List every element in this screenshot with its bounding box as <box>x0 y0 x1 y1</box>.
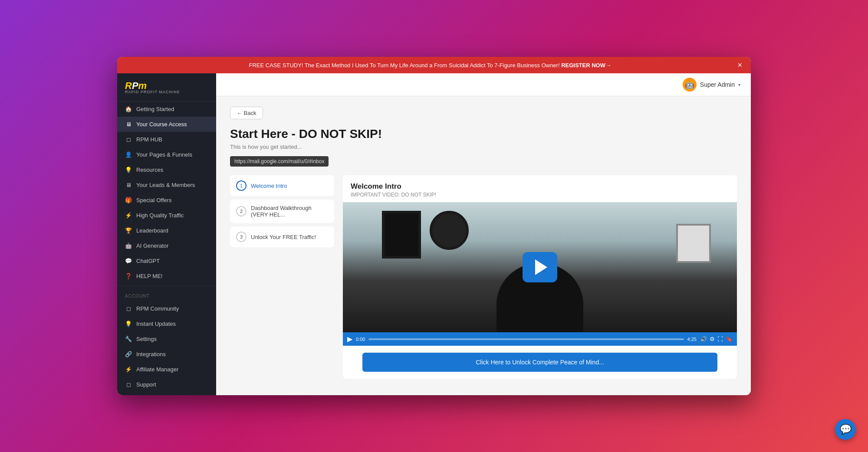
sidebar-item-traffic[interactable]: ⚡ High Quality Traffic <box>117 208 216 223</box>
wall-frame-1 <box>382 211 421 259</box>
lesson-item-1[interactable]: 1 Welcome Intro <box>230 175 334 196</box>
support-icon: ◻ <box>125 381 132 388</box>
play-button[interactable] <box>523 252 557 282</box>
banner-text: FREE CASE STUDY! The Exact Method I Used… <box>124 62 736 69</box>
two-col-layout: 1 Welcome Intro 2 Dashboard Walkthrough … <box>230 175 737 379</box>
fullscreen-icon[interactable]: ⛶ <box>717 336 723 342</box>
video-header: Welcome Intro IMPORTANT VIDEO: DO NOT SK… <box>343 175 737 202</box>
app-window: FREE CASE STUDY! The Exact Method I Used… <box>117 57 751 395</box>
page-subtitle: This is how you get started... <box>230 144 737 150</box>
chat-icon: 💬 <box>125 258 132 264</box>
leads-icon: 🖥 <box>125 182 132 188</box>
sidebar-item-help[interactable]: ❓ HELP ME! <box>117 269 216 284</box>
video-controls-icons: 🔊 ⚙ ⛶ 🔖 <box>700 336 733 342</box>
page-title: Start Here - DO NOT SKIP! <box>230 127 737 141</box>
content-body: ← Back Start Here - DO NOT SKIP! This is… <box>216 96 751 395</box>
user-avatar: 🤖 <box>683 78 697 92</box>
account-section-label: ACCOUNT <box>117 288 216 301</box>
question-icon: ❓ <box>125 273 132 279</box>
banner-close-button[interactable]: × <box>736 61 744 70</box>
monitor-icon: 🖥 <box>125 121 132 128</box>
lesson-num-1: 1 <box>236 180 247 191</box>
sidebar-item-rpm-hub[interactable]: ◻ RPM HUB <box>117 132 216 147</box>
sidebar-logo: RPm Rapid Profit Machine <box>117 73 216 102</box>
sidebar-item-leaderboard[interactable]: 🏆 Leaderboard <box>117 223 216 238</box>
sidebar-item-resources[interactable]: 💡 Resources <box>117 162 216 177</box>
community-icon: ◻ <box>125 305 132 312</box>
sidebar-item-affiliate-manager[interactable]: ⚡ Affiliate Manager <box>117 362 216 377</box>
lesson-list: 1 Welcome Intro 2 Dashboard Walkthrough … <box>230 175 334 379</box>
home-icon: 🏠 <box>125 106 132 112</box>
sidebar-item-chatgpt[interactable]: 💬 ChatGPT <box>117 253 216 269</box>
settings-icon[interactable]: ⚙ <box>710 336 715 342</box>
sidebar-item-integrations[interactable]: 🔗 Integrations <box>117 347 216 362</box>
updates-icon: 💡 <box>125 321 132 327</box>
wall-frame-3 <box>676 224 711 263</box>
sidebar-item-settings[interactable]: 🔧 Settings <box>117 331 216 347</box>
chat-bubble-button[interactable]: 💬 <box>835 419 856 440</box>
url-bar: https://mail.google.com/mail/u/0/#inbox <box>230 156 329 167</box>
robot-icon: 🤖 <box>125 242 132 249</box>
video-duration: 4:25 <box>687 337 697 342</box>
sidebar-item-ai-generator[interactable]: 🤖 AI Generator <box>117 238 216 253</box>
bookmark-icon[interactable]: 🔖 <box>726 336 733 342</box>
video-panel: Welcome Intro IMPORTANT VIDEO: DO NOT SK… <box>343 175 737 379</box>
cta-button[interactable]: Click Here to Unlock Complete Peace of M… <box>362 353 717 372</box>
sidebar-item-pages-funnels[interactable]: 👤 Your Pages & Funnels <box>117 147 216 162</box>
lesson-item-3[interactable]: 3 Unlock Your FREE Traffic! <box>230 226 334 247</box>
sidebar-item-special-offers[interactable]: 🎁 Special Offers <box>117 193 216 208</box>
video-time-current: 0:00 <box>356 337 365 342</box>
content-header: 🤖 Super Admin ▾ <box>216 73 751 96</box>
video-progress-bar[interactable] <box>368 338 684 340</box>
video-thumbnail <box>343 202 737 332</box>
video-subtitle: IMPORTANT VIDEO: DO NOT SKIP! <box>351 192 729 198</box>
volume-icon[interactable]: 🔊 <box>700 336 707 342</box>
link-icon: 🔗 <box>125 351 132 357</box>
lightning-icon: ⚡ <box>125 212 132 219</box>
content-area: 🤖 Super Admin ▾ ← Back Start Here - DO N… <box>216 73 751 395</box>
sidebar-item-getting-started[interactable]: 🏠 Getting Started <box>117 102 216 117</box>
lesson-num-2: 2 <box>236 206 247 216</box>
sidebar-item-community[interactable]: ◻ RPM Community <box>117 301 216 316</box>
gift-icon: 🎁 <box>125 197 132 203</box>
user-name: Super Admin <box>700 81 735 88</box>
sidebar-divider <box>117 285 216 286</box>
sidebar-item-course-access[interactable]: 🖥 Your Course Access <box>117 117 216 132</box>
video-title: Welcome Intro <box>351 182 729 191</box>
chevron-down-icon: ▾ <box>738 82 740 87</box>
hub-icon: ◻ <box>125 136 132 143</box>
top-banner: FREE CASE STUDY! The Exact Method I Used… <box>117 57 751 73</box>
sidebar-item-leads-members[interactable]: 🖥 Your Leads & Members <box>117 177 216 193</box>
user-menu[interactable]: 🤖 Super Admin ▾ <box>683 78 740 92</box>
affiliate-icon: ⚡ <box>125 366 132 373</box>
bulb-icon: 💡 <box>125 167 132 173</box>
lesson-num-3: 3 <box>236 232 247 242</box>
back-button[interactable]: ← Back <box>230 107 263 119</box>
sidebar-item-instant-updates[interactable]: 💡 Instant Updates <box>117 316 216 331</box>
wrench-icon: 🔧 <box>125 336 132 342</box>
main-layout: RPm Rapid Profit Machine 🏠 Getting Start… <box>117 73 751 395</box>
trophy-icon: 🏆 <box>125 227 132 234</box>
play-control-icon[interactable]: ▶ <box>347 335 352 343</box>
video-container: ▶ 0:00 4:25 🔊 ⚙ ⛶ 🔖 <box>343 202 737 346</box>
play-triangle-icon <box>535 259 547 275</box>
user-icon: 👤 <box>125 151 132 158</box>
logo-icon: RPm Rapid Profit Machine <box>125 80 180 94</box>
wall-frame-2 <box>430 211 469 250</box>
lesson-item-2[interactable]: 2 Dashboard Walkthrough (VERY HEL... <box>230 200 334 223</box>
sidebar: RPm Rapid Profit Machine 🏠 Getting Start… <box>117 73 216 395</box>
video-controls: ▶ 0:00 4:25 🔊 ⚙ ⛶ 🔖 <box>343 332 737 346</box>
sidebar-item-support[interactable]: ◻ Support <box>117 377 216 392</box>
